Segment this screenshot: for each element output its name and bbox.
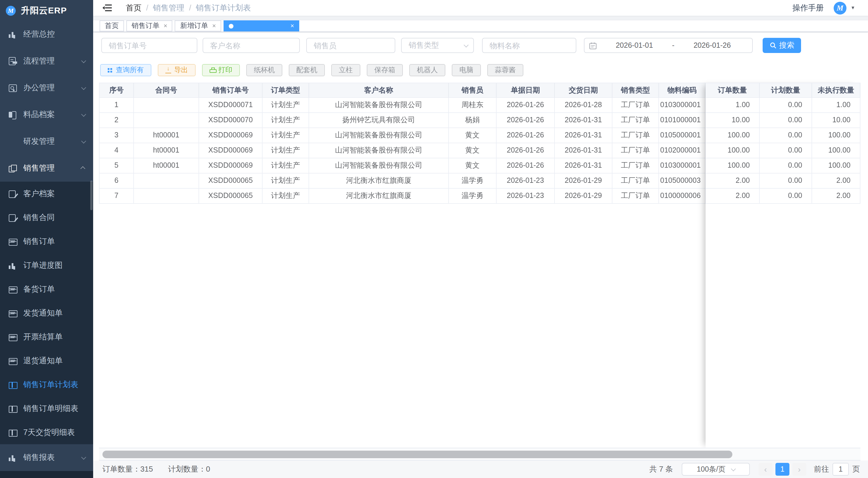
manual-link[interactable]: 操作手册 <box>792 3 824 13</box>
table-icon <box>8 309 16 317</box>
topbar: 首页 / 销售管理 / 销售订单计划表 操作手册 M ▼ <box>93 0 868 16</box>
table-icon <box>8 237 16 245</box>
sidebar-subitem-10[interactable]: 7天交货明细表 <box>0 420 93 444</box>
col-unexecuted-qty: 未执行数量 <box>812 83 861 98</box>
cell-material-code: 0102000001 <box>659 143 706 158</box>
sidebar-subitem-7[interactable]: 退货通知单 <box>0 349 93 372</box>
cell-doc-date: 2026-01-23 <box>497 189 555 204</box>
cell-index: 3 <box>99 128 134 143</box>
action-button-4[interactable]: 配套机 <box>289 64 325 76</box>
cell-delivery-date: 2026-01-31 <box>555 128 613 143</box>
sidebar-item-3[interactable]: 料品档案 <box>0 101 93 128</box>
close-icon[interactable]: × <box>290 23 294 29</box>
date-start[interactable]: 2026-01-01 <box>599 41 670 50</box>
cell-order-type: 计划生产 <box>262 113 309 128</box>
avatar[interactable]: M <box>834 1 846 14</box>
sidebar-scrollbar[interactable] <box>90 180 93 210</box>
fixed-row-4[interactable]: 100.00 0.00 100.00 <box>706 158 861 174</box>
cell-order-type: 计划生产 <box>262 143 309 158</box>
fixed-row-5[interactable]: 2.00 0.00 2.00 <box>706 174 861 189</box>
action-button-5[interactable]: 立柱 <box>331 64 360 76</box>
material-name-input[interactable] <box>482 38 576 53</box>
horizontal-scrollbar[interactable] <box>99 448 861 460</box>
sidebar-menu: 经营总控 流程管理 办公管理 料品档案 研发管理 <box>0 21 93 478</box>
sidebar-subitem-8[interactable]: 销售订单计划表 <box>0 372 93 396</box>
app-logo: M 升阳云ERP <box>0 0 93 21</box>
action-button-1[interactable]: 导出 <box>158 64 196 76</box>
sidebar-subitem-9[interactable]: 销售订单明细表 <box>0 396 93 420</box>
cell-order-type: 计划生产 <box>262 174 309 189</box>
fixed-row-2[interactable]: 100.00 0.00 100.00 <box>706 128 861 143</box>
cell-index: 2 <box>99 113 134 128</box>
date-range-picker[interactable]: 2026-01-01 - 2026-01-26 <box>584 38 753 53</box>
sidebar-item-sales-report[interactable]: 销售报表 <box>0 444 93 471</box>
action-button-7[interactable]: 机器人 <box>409 64 445 76</box>
tab-1[interactable]: 销售订单 × <box>126 20 173 31</box>
col-material-code: 物料编码 <box>659 83 706 98</box>
cell-customer-name: 山河智能装备股份有限公司 <box>309 98 449 113</box>
action-button-6[interactable]: 保存箱 <box>367 64 403 76</box>
breadcrumb-home[interactable]: 首页 <box>126 3 142 13</box>
sidebar-subitem-1[interactable]: 销售合同 <box>0 206 93 230</box>
date-end[interactable]: 2026-01-26 <box>677 41 747 50</box>
open-book-icon <box>8 428 16 437</box>
salesman-input[interactable] <box>306 38 395 53</box>
close-icon[interactable]: × <box>212 23 216 29</box>
fixed-row-6[interactable]: 2.00 0.00 2.00 <box>706 189 861 204</box>
chevron-down-icon <box>81 455 86 460</box>
sidebar-item-4[interactable]: 研发管理 <box>0 128 93 155</box>
search-button[interactable]: 搜索 <box>763 38 801 53</box>
fixed-row-3[interactable]: 100.00 0.00 100.00 <box>706 143 861 158</box>
page-1-button[interactable]: 1 <box>775 463 789 476</box>
sidebar-subitem-6[interactable]: 开票结算单 <box>0 325 93 349</box>
order-no-input[interactable] <box>101 38 197 53</box>
sidebar-subitem-4[interactable]: 备货订单 <box>0 277 93 301</box>
cell-sales-order-no: XSDD000071 <box>199 98 262 113</box>
next-page-button[interactable]: › <box>792 463 806 476</box>
goto-page-input[interactable] <box>833 463 849 476</box>
grid-icon <box>108 68 112 72</box>
sidebar-subitem-2[interactable]: 销售订单 <box>0 230 93 253</box>
cell-plan-qty: 0.00 <box>760 113 812 128</box>
table-icon <box>8 333 16 341</box>
tab-3[interactable]: 销售订单计划表 × <box>223 20 300 31</box>
tab-2[interactable]: 新增订单 × <box>175 20 221 31</box>
action-button-8[interactable]: 电脑 <box>452 64 481 76</box>
fixed-row-0[interactable]: 1.00 0.00 1.00 <box>706 98 861 113</box>
cell-index: 6 <box>99 174 134 189</box>
sidebar-item-2[interactable]: 办公管理 <box>0 74 93 101</box>
user-dropdown-caret-icon[interactable]: ▼ <box>850 5 855 10</box>
main-area: 首页 / 销售管理 / 销售订单计划表 操作手册 M ▼ 首页 × 销售订单 <box>93 0 868 478</box>
cell-sales-type: 工厂订单 <box>613 174 659 189</box>
breadcrumb-sales[interactable]: 销售管理 <box>153 3 185 13</box>
sidebar-subitem-0[interactable]: 客户档案 <box>0 182 93 206</box>
sales-docs-icon <box>8 164 16 172</box>
open-book-icon <box>8 381 16 389</box>
sidebar-item-1[interactable]: 流程管理 <box>0 48 93 74</box>
action-button-2[interactable]: 打印 <box>202 64 240 76</box>
cell-contract-no <box>134 98 199 113</box>
sidebar-item-sales-management[interactable]: 销售管理 <box>0 155 93 182</box>
sidebar-subitem-3[interactable]: 订单进度图 <box>0 253 93 277</box>
sales-type-select[interactable]: 销售类型 <box>401 38 474 53</box>
horizontal-scrollbar-thumb[interactable] <box>102 451 732 458</box>
action-button-9[interactable]: 蒜蓉酱 <box>487 64 523 76</box>
cell-order-qty: 100.00 <box>706 143 760 158</box>
sidebar-subitem-5[interactable]: 发货通知单 <box>0 301 93 325</box>
customer-name-input[interactable] <box>203 38 300 53</box>
table-icon <box>8 285 16 293</box>
cell-sales-order-no: XSDD000070 <box>199 113 262 128</box>
cell-delivery-date: 2026-01-31 <box>555 113 613 128</box>
prev-page-button[interactable]: ‹ <box>758 463 773 476</box>
cell-customer-name: 山河智能装备股份有限公司 <box>309 158 449 174</box>
cell-plan-qty: 0.00 <box>760 174 812 189</box>
sidebar-item-0[interactable]: 经营总控 <box>0 21 93 48</box>
fixed-row-1[interactable]: 10.00 0.00 10.00 <box>706 113 861 128</box>
tab-0[interactable]: 首页 × <box>99 20 124 31</box>
page-size-select[interactable]: 100条/页 <box>682 463 750 476</box>
action-button-3[interactable]: 纸杯机 <box>246 64 282 76</box>
collapse-menu-icon[interactable] <box>102 4 112 12</box>
cell-doc-date: 2026-01-26 <box>497 143 555 158</box>
action-button-0[interactable]: 查询所有 <box>100 64 151 76</box>
close-icon[interactable]: × <box>163 23 167 29</box>
